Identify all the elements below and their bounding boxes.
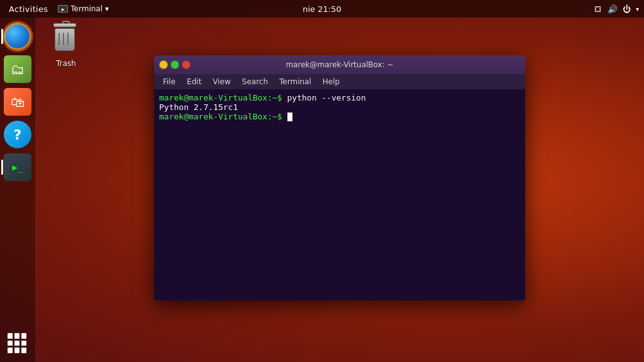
maximize-button[interactable] — [170, 60, 179, 69]
menu-file[interactable]: File — [158, 76, 180, 87]
topbar-tray: ⛋ 🔊 ⏻ ▾ — [594, 4, 639, 14]
terminal-prompt-2: marek@marek-VirtualBox:~$ — [159, 112, 282, 121]
terminal-prompt-1: marek@marek-VirtualBox:~$ — [159, 93, 282, 102]
terminal-line-3: marek@marek-VirtualBox:~$ — [159, 112, 520, 121]
terminal-cursor — [287, 112, 292, 121]
terminal-body[interactable]: marek@marek-VirtualBox:~$ python --versi… — [154, 89, 525, 300]
sidebar-item-appcenter[interactable]: 🛍 — [4, 88, 31, 116]
terminal-line-2: Python 2.7.15rc1 — [159, 102, 520, 112]
sidebar-dock: 🗂 🛍 ? ▶_ — [0, 18, 35, 362]
minimize-button[interactable] — [159, 60, 168, 69]
activities-button[interactable]: Activities — [5, 4, 52, 14]
terminal-cursor-area — [282, 112, 292, 121]
topbar-clock[interactable]: nie 21:50 — [303, 4, 341, 14]
terminal-window: marek@marek-VirtualBox: ~ File Edit View… — [154, 55, 525, 300]
sidebar-item-help[interactable]: ? — [4, 121, 31, 148]
terminal-output-1: Python 2.7.15rc1 — [159, 102, 238, 112]
trash-lines — [58, 33, 69, 45]
terminal-app-chevron: ▾ — [105, 4, 109, 13]
power-icon[interactable]: ⏻ — [623, 4, 631, 14]
trash-label: Trash — [56, 59, 76, 68]
menu-edit[interactable]: Edit — [182, 76, 206, 87]
window-controls — [159, 60, 191, 69]
topbar-left: Activities Terminal ▾ — [5, 4, 113, 14]
topbar: Activities Terminal ▾ nie 21:50 ⛋ 🔊 ⏻ ▾ — [0, 0, 644, 18]
trash-icon — [51, 26, 81, 57]
terminal-menubar: File Edit View Search Terminal Help — [154, 74, 525, 89]
menu-search[interactable]: Search — [237, 76, 273, 87]
close-button[interactable] — [182, 60, 191, 69]
menu-view[interactable]: View — [208, 76, 235, 87]
network-icon[interactable]: ⛋ — [594, 4, 602, 14]
tray-chevron-icon[interactable]: ▾ — [636, 6, 639, 13]
menu-terminal[interactable]: Terminal — [274, 76, 316, 87]
menu-help[interactable]: Help — [318, 76, 345, 87]
trash-body — [55, 28, 75, 51]
terminal-line-1: marek@marek-VirtualBox:~$ python --versi… — [159, 93, 520, 102]
terminal-app-icon — [58, 5, 68, 13]
trash-desktop-icon[interactable]: Trash — [44, 26, 88, 68]
terminal-command-1: python --version — [282, 93, 366, 102]
terminal-app-button[interactable]: Terminal ▾ — [54, 4, 113, 13]
terminal-titlebar: marek@marek-VirtualBox: ~ — [154, 55, 525, 74]
window-title: marek@marek-VirtualBox: ~ — [286, 60, 393, 69]
sidebar-item-terminal[interactable]: ▶_ — [4, 153, 31, 181]
sound-icon[interactable]: 🔊 — [608, 4, 618, 14]
sidebar-item-files[interactable]: 🗂 — [4, 55, 31, 83]
sidebar-item-show-apps[interactable] — [4, 329, 31, 357]
sidebar-item-firefox[interactable] — [4, 23, 31, 50]
trash-lid — [53, 23, 76, 27]
terminal-app-label: Terminal — [70, 4, 103, 13]
desktop: 🗂 🛍 ? ▶_ — [0, 18, 644, 362]
